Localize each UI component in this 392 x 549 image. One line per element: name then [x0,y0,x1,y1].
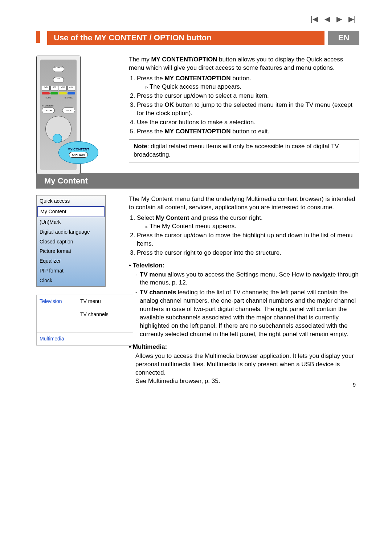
table-tvchannels: TV channels [77,308,133,321]
last-icon[interactable]: ▶| [348,15,356,23]
remote-browse-label: BROWSE [62,97,75,99]
mc-step-3: Press the cursor right to go deeper into… [137,249,359,257]
table-empty2 [77,332,133,343]
page-number: 9 [353,382,356,388]
step-5: Press the MY CONTENT/OPTION button to ex… [137,128,359,136]
next-icon[interactable]: ▶ [336,15,342,23]
step-2: Press the cursor up/down to select a men… [137,92,359,100]
page-title: Use of the MY CONTENT / OPTION button [47,31,324,45]
table-tvmenu: TV menu [77,295,133,308]
table-television-label: Television [37,295,77,332]
table-multimedia-label: Multimedia [37,332,77,345]
remote-illustration: POWER TV DVD STB VCR AUX DEMO BROWSE MY … [36,56,81,174]
tvchannels-item: TV channels leading to the list of TV ch… [135,288,359,339]
mc-step-2: Press the cursor up/down to move the hig… [137,231,359,248]
television-sublist: TV menu allows you to access the Setting… [135,271,359,339]
qa-item-closed-caption: Closed caption [37,237,105,247]
qa-item-picture-format: Picture format [37,246,105,256]
step-3: Press the OK button to jump to the selec… [137,101,359,118]
content-structure-table: Television TV menu TV channels Multimedi… [36,295,133,346]
accent-bar [36,31,40,43]
mycontent-steps: Select My Content and press the cursor r… [137,214,359,257]
step-1: Press the MY CONTENT/OPTION button. ▹The… [137,74,359,91]
multimedia-heading: • Multimedia: [129,343,359,351]
first-icon[interactable]: |◀ [311,15,318,23]
callout-option-button: OPTION [69,152,88,158]
table-empty [77,321,133,332]
remote-tv-button: TV [53,77,64,83]
tvmenu-item: TV menu allows you to access the Setting… [135,271,359,287]
multimedia-text: Allows you to access the Multimedia brow… [135,352,359,385]
remote-callout: MY CONTENT OPTION [51,129,98,169]
qa-item-pip-format: PIP format [37,266,105,276]
qa-item-clock: Clock [37,276,105,286]
remote-mycontent-label: MY CONTENT [42,105,54,107]
intro-paragraph: The my MY CONTENT/OPTION button allows y… [129,56,359,72]
remote-source-row: DVD STB VCR AUX [42,86,75,91]
note-box: Note: digital related menu items will on… [129,139,359,162]
prev-icon[interactable]: ◀ [324,15,330,23]
language-badge: EN [328,31,359,45]
section-heading-mycontent: My Content [36,173,359,189]
qa-item-digital-audio: Digital audio language [37,227,105,237]
nav-icons: |◀ ◀ ▶ ▶| [311,15,356,23]
quick-access-menu: Quick access My Content (Un)Mark Digital… [36,195,106,287]
remote-power-button: POWER [53,66,64,72]
remote-color-row [42,92,75,94]
qa-item-unmark: (Un)Mark [37,217,105,227]
qa-item-equalizer: Equalizer [37,256,105,266]
mc-step-1: Select My Content and press the cursor r… [137,214,359,231]
step-4: Use the cursor buttons to make a selecti… [137,118,359,127]
mycontent-intro: The My Content menu (and the underlying … [129,195,359,212]
remote-option-button: OPTION [42,108,55,113]
remote-guide-button: GUIDE [62,108,75,113]
qa-item-mycontent: My Content [37,206,105,217]
quick-access-title: Quick access [37,196,105,206]
callout-mycontent-label: MY CONTENT [68,148,89,151]
remote-demo-label: DEMO [42,97,55,99]
steps-list: Press the MY CONTENT/OPTION button. ▹The… [137,74,359,136]
television-heading: • Television: [129,262,359,270]
